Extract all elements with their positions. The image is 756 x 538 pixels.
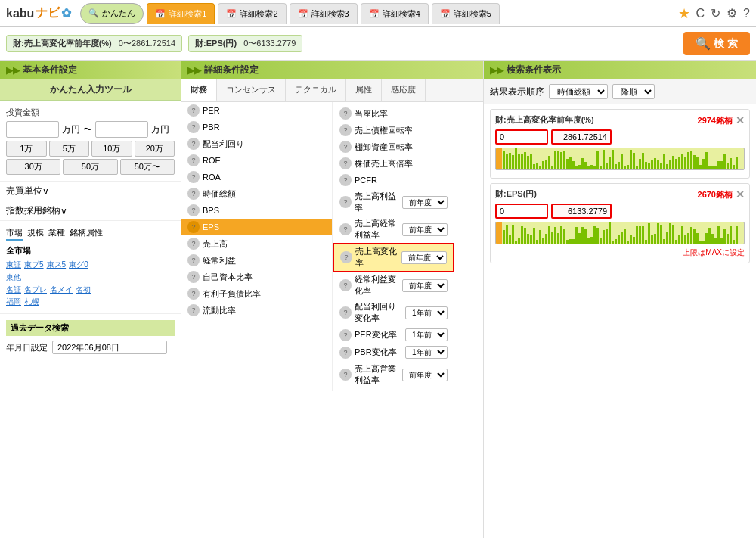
tab-detail5[interactable]: 📅 詳細検索5 [432, 3, 500, 24]
help-icon-psr[interactable]: ? [339, 157, 352, 169]
amount-5man[interactable]: 5万 [49, 141, 90, 157]
tab-detail4[interactable]: 📅 詳細検索4 [361, 3, 429, 24]
market-tab-1[interactable]: 市場 [6, 227, 23, 241]
market-namei[interactable]: 名メイ [50, 285, 73, 295]
item-pbr[interactable]: ? PBR [181, 119, 332, 135]
help-icon-pbrc[interactable]: ? [339, 347, 352, 359]
market-topu5[interactable]: 東プ5 [24, 260, 44, 270]
condition-min-1[interactable] [495, 129, 548, 145]
item-equity-ratio[interactable]: ? 自己資本比率 [181, 269, 332, 285]
help-icon[interactable]: ? [743, 7, 750, 20]
item-market-cap[interactable]: ? 時価総額 [181, 185, 332, 202]
help-icon-spr[interactable]: ? [339, 196, 352, 208]
help-icon-dcr[interactable]: ? [339, 306, 352, 319]
item-receivable-turnover[interactable]: ? 売上債権回転率 [333, 122, 454, 138]
help-icon-sor[interactable]: ? [339, 223, 352, 235]
dcr-select[interactable]: 1年前 [405, 306, 448, 319]
spr-select[interactable]: 前年度 [402, 196, 448, 209]
item-sales-profit-rate[interactable]: ? 売上高利益率 前年度 [333, 188, 454, 216]
condition-max-2[interactable] [551, 204, 612, 219]
help-icon-perc[interactable]: ? [339, 329, 352, 341]
item-sales[interactable]: ? 売上高 [181, 235, 332, 252]
help-icon-roe[interactable]: ? [187, 154, 200, 166]
condition-close-1[interactable]: ✕ [736, 114, 745, 126]
search-button[interactable]: 🔍 検 索 [683, 32, 750, 55]
item-roe[interactable]: ? ROE [181, 152, 332, 169]
investment-min-input[interactable] [6, 121, 59, 138]
help-icon-dividend[interactable]: ? [187, 138, 200, 150]
sopr-select[interactable]: 前年度 [402, 369, 448, 381]
amount-30man[interactable]: 30万 [6, 159, 60, 175]
help-icon-rt[interactable]: ? [339, 124, 352, 136]
item-per-change[interactable]: ? PER変化率 1年前 [333, 326, 454, 344]
tab-attribute[interactable]: 属性 [346, 79, 382, 101]
help-icon-debt-ratio[interactable]: ? [187, 288, 200, 300]
tab-detail1[interactable]: 📅 詳細検索1 [147, 3, 215, 24]
item-inventory-turnover[interactable]: ? 棚卸資産回転率 [333, 138, 454, 155]
market-tab-2[interactable]: 規模 [27, 227, 44, 241]
condition-close-2[interactable]: ✕ [736, 188, 745, 201]
star-icon[interactable]: ★ [678, 5, 690, 22]
sort-order-select[interactable]: 降順 [612, 84, 655, 99]
item-ordinary-profit[interactable]: ? 経常利益 [181, 252, 332, 269]
market-namenew[interactable]: 名初 [76, 285, 91, 295]
amount-10man[interactable]: 10万 [91, 141, 132, 157]
condition-max-1[interactable] [551, 129, 612, 145]
help-icon-bps[interactable]: ? [187, 204, 200, 216]
item-current-ratio[interactable]: ? 流動比率 [181, 302, 332, 319]
amount-50man[interactable]: 50万 [63, 159, 117, 175]
sort-field-select[interactable]: 時価総額 [549, 84, 608, 99]
amount-20man[interactable]: 20万 [135, 141, 175, 157]
help-icon-sopr[interactable]: ? [339, 369, 352, 381]
item-debt-ratio[interactable]: ? 有利子負債比率 [181, 285, 332, 302]
help-icon-eps[interactable]: ? [187, 221, 200, 233]
tab-consensus[interactable]: コンセンサス [217, 79, 286, 101]
item-sales-change-rate[interactable]: ? 売上高変化率 前年度 [333, 243, 454, 272]
tab-financial[interactable]: 財務 [181, 79, 217, 101]
help-icon-cr[interactable]: ? [339, 107, 352, 120]
scr-select[interactable]: 前年度 [401, 251, 447, 264]
market-fukuoka[interactable]: 福岡 [6, 297, 21, 307]
tab-kantan[interactable]: 🔍 かんたん [80, 3, 144, 24]
help-icon-ordinary-profit[interactable]: ? [187, 254, 200, 266]
help-icon-scr[interactable]: ? [340, 251, 352, 263]
sor-select[interactable]: 前年度 [402, 223, 448, 236]
perc-select[interactable]: 1年前 [405, 328, 448, 341]
ocr-select[interactable]: 前年度 [402, 279, 448, 292]
amount-1man[interactable]: 1万 [6, 141, 47, 157]
condition-min-2[interactable] [495, 204, 548, 219]
pbrc-select[interactable]: 1年前 [405, 346, 448, 359]
market-togr0[interactable]: 東グ0 [69, 260, 88, 270]
help-icon-market-cap[interactable]: ? [187, 188, 200, 200]
help-icon-pcfr[interactable]: ? [339, 174, 352, 186]
help-icon-current-ratio[interactable]: ? [187, 304, 200, 316]
item-per[interactable]: ? PER [181, 102, 332, 119]
tab-sensitivity[interactable]: 感応度 [382, 79, 426, 101]
item-roa[interactable]: ? ROA [181, 169, 332, 185]
market-toho[interactable]: 東他 [6, 273, 21, 281]
item-pcfr[interactable]: ? PCFR [333, 172, 454, 188]
reload-icon[interactable]: ↻ [711, 6, 720, 20]
item-sales-ordinary-rate[interactable]: ? 売上高経常利益率 前年度 [333, 216, 454, 243]
index-row[interactable]: 指数採用銘柄 ∨ [0, 201, 181, 221]
tab-detail3[interactable]: 📅 詳細検索3 [290, 3, 358, 24]
item-dividend-change-rate[interactable]: ? 配当利回り変化率 1年前 [333, 299, 454, 326]
market-tosu5[interactable]: 東ス5 [47, 260, 67, 270]
investment-max-input[interactable] [95, 121, 148, 138]
date-input[interactable] [52, 341, 167, 354]
item-bps[interactable]: ? BPS [181, 202, 332, 219]
help-icon-equity-ratio[interactable]: ? [187, 271, 200, 283]
settings-icon[interactable]: ⚙ [727, 6, 737, 20]
tab-technical[interactable]: テクニカル [286, 79, 346, 101]
item-eps[interactable]: ? EPS [181, 219, 332, 235]
market-tosho[interactable]: 東証 [6, 260, 21, 270]
market-namepu[interactable]: 名プレ [24, 285, 47, 295]
amount-50manplus[interactable]: 50万〜 [120, 159, 175, 175]
help-icon-per[interactable]: ? [187, 104, 200, 117]
help-icon-roa[interactable]: ? [187, 171, 200, 183]
item-pbr-change[interactable]: ? PBR変化率 1年前 [333, 344, 454, 361]
market-nagoya[interactable]: 名証 [6, 285, 21, 295]
item-ordinary-change-rate[interactable]: ? 経常利益変化率 前年度 [333, 272, 454, 299]
market-tab-3[interactable]: 業種 [48, 227, 65, 241]
tab-detail2[interactable]: 📅 詳細検索2 [218, 3, 286, 24]
